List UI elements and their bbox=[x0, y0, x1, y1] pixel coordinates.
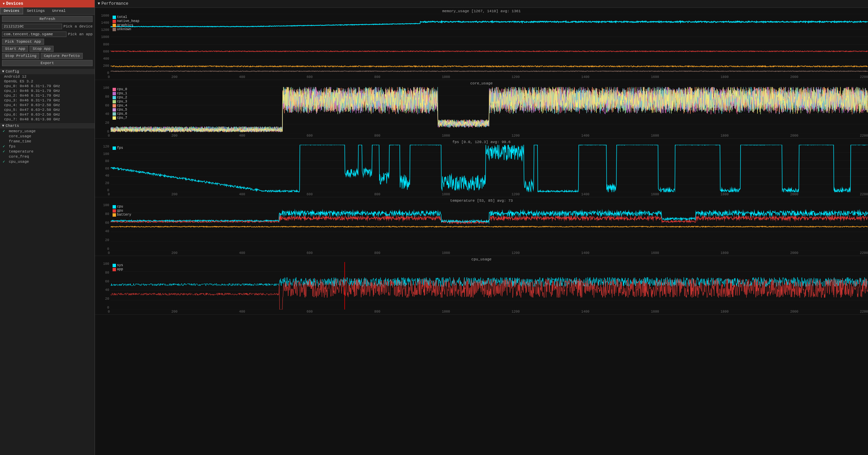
legend-fps: fps bbox=[113, 146, 123, 150]
chart-item-memory-usage[interactable]: ✓ memory_usage bbox=[0, 128, 95, 134]
device-row: Pick a device bbox=[2, 24, 93, 29]
chart-item-temperature[interactable]: ✓ temperature bbox=[0, 149, 95, 154]
config-item: Android 12 bbox=[0, 74, 95, 79]
performance-title-bar: ▼ Performance bbox=[95, 0, 868, 8]
tab-devices[interactable]: Devices bbox=[0, 7, 23, 14]
legend-color-unknown bbox=[113, 28, 116, 31]
capture-perfetto-button[interactable]: Capture Perfetto bbox=[41, 53, 83, 59]
config-item: cpu_3: 0x46 0.31~1.79 GHz bbox=[0, 98, 95, 103]
legend-color-total bbox=[113, 16, 116, 19]
check-icon: ✓ bbox=[3, 134, 7, 138]
start-app-button[interactable]: Start App bbox=[2, 46, 28, 52]
tab-settings[interactable]: Settings bbox=[23, 7, 48, 14]
legend-cpu7: cpu_7 bbox=[113, 116, 127, 120]
legend-color-native-heap bbox=[113, 20, 116, 23]
legend-color-battery-temp bbox=[113, 213, 116, 217]
config-item: cpu_2: 0x46 0.31~1.79 GHz bbox=[0, 93, 95, 98]
top-actions: Refresh Pick a device Pick an app Pick T… bbox=[0, 15, 95, 67]
tab-unreal[interactable]: Unreal bbox=[48, 7, 70, 14]
chart-item-core-freq[interactable]: ✓ core_freq bbox=[0, 154, 95, 159]
pick-topmost-button[interactable]: Pick Topmost App bbox=[2, 39, 44, 45]
fps-y-axis: 120 100 80 60 40 20 0 bbox=[98, 145, 111, 192]
legend-color-cpu3 bbox=[113, 100, 116, 103]
core-x-axis: 0200400600800100012001400160018002000220… bbox=[95, 134, 868, 138]
right-panel: ▼ Performance memory_usage [1267, 1410] … bbox=[95, 0, 868, 455]
charts-label: Charts bbox=[6, 124, 19, 128]
legend-cpu1: cpu_1 bbox=[113, 92, 127, 95]
legend-color-sys bbox=[113, 264, 116, 267]
legend-graphics: graphics bbox=[113, 23, 139, 27]
app-input[interactable] bbox=[2, 32, 66, 37]
start-stop-row: Start App Stop App bbox=[2, 46, 93, 52]
app-row: Pick an app bbox=[2, 32, 93, 37]
fps-legend: fps bbox=[113, 146, 123, 150]
refresh-button[interactable]: Refresh bbox=[2, 16, 93, 22]
cpu-canvas bbox=[111, 262, 868, 310]
temperature-chart: temperature [53, 85] avg: 73 100 80 60 4… bbox=[95, 197, 868, 256]
chart-name: memory_usage bbox=[9, 129, 36, 133]
memory-x-axis: 0200400600800100012001400160018002000220… bbox=[95, 75, 868, 79]
check-icon: ✓ bbox=[3, 144, 7, 149]
cpu-legend: sys app bbox=[113, 263, 123, 271]
panel-title-bar: ▼ Devices bbox=[0, 0, 95, 7]
legend-cpu4: cpu_4 bbox=[113, 104, 127, 107]
temp-x-axis: 0200400600800100012001400160018002000220… bbox=[95, 251, 868, 255]
config-item: cpu_4: 0x47 0.63~2.50 GHz bbox=[0, 103, 95, 107]
check-icon: ✓ bbox=[3, 139, 7, 143]
legend-color-cpu6 bbox=[113, 112, 116, 116]
temp-legend: cpu gpu battery bbox=[113, 205, 131, 217]
legend-color-gpu-temp bbox=[113, 209, 116, 213]
chart-item-fps[interactable]: ✓ fps bbox=[0, 144, 95, 149]
legend-color-cpu0 bbox=[113, 88, 116, 91]
left-panel: ▼ Devices Devices Settings Unreal Refres… bbox=[0, 0, 95, 455]
legend-color-cpu4 bbox=[113, 104, 116, 107]
device-input[interactable] bbox=[2, 24, 62, 29]
config-item: cpu_7: 0x48 0.81~3.00 GHz bbox=[0, 117, 95, 122]
chart-item-cpu-usage[interactable]: ✓ cpu_usage bbox=[0, 159, 95, 164]
core-usage-chart: core_usage 100 80 60 40 20 0 cpu_0 cpu_1… bbox=[95, 80, 868, 139]
cpu-x-axis: 0200400600800100012001400160018002000220… bbox=[95, 310, 868, 314]
cpu-y-axis: 100 80 60 40 20 0 bbox=[98, 262, 111, 310]
legend-cpu0: cpu_0 bbox=[113, 87, 127, 91]
legend-color-cpu5 bbox=[113, 108, 116, 112]
legend-app-cpu: app bbox=[113, 268, 123, 271]
export-button[interactable]: Export bbox=[2, 60, 93, 66]
check-icon: ✓ bbox=[3, 159, 7, 164]
memory-legend: total native_heap graphics unknown bbox=[113, 15, 139, 31]
config-section-header: ▼ Config bbox=[0, 69, 95, 74]
memory-usage-chart: memory_usage [1267, 1410] avg: 1361 1600… bbox=[95, 8, 868, 80]
temperature-canvas bbox=[111, 203, 868, 251]
legend-cpu5: cpu_5 bbox=[113, 108, 127, 112]
temp-y-axis: 100 80 60 40 20 0 bbox=[98, 203, 111, 251]
core-y-axis: 100 80 60 40 20 0 bbox=[98, 86, 111, 134]
legend-color-cpu7 bbox=[113, 116, 116, 120]
tab-bar: Devices Settings Unreal bbox=[0, 7, 95, 15]
stop-profiling-button[interactable]: Stop Profiling bbox=[2, 53, 39, 59]
chart-name: core_freq bbox=[9, 155, 29, 159]
stop-app-button[interactable]: Stop App bbox=[29, 46, 54, 52]
legend-color-app bbox=[113, 268, 116, 271]
fps-chart: fps [0.0, 120.3] avg: 99.6 120 100 80 60… bbox=[95, 139, 868, 197]
chart-item-frame-time[interactable]: ✓ frame_time bbox=[0, 139, 95, 144]
fps-canvas bbox=[111, 145, 868, 192]
legend-color-fps bbox=[113, 146, 116, 150]
legend-color-graphics bbox=[113, 24, 116, 27]
memory-canvas bbox=[111, 14, 868, 75]
fps-title: fps [0.0, 120.3] avg: 99.6 bbox=[95, 140, 868, 144]
config-item: cpu_6: 0x47 0.63~2.50 GHz bbox=[0, 112, 95, 117]
config-items: Android 12 OpenGL ES 3.2 cpu_0: 0x46 0.3… bbox=[0, 74, 95, 122]
chart-name: cpu_usage bbox=[9, 160, 29, 164]
legend-cpu-temp: cpu bbox=[113, 205, 131, 209]
core-usage-title: core_usage bbox=[95, 81, 868, 85]
legend-battery-temp: battery bbox=[113, 213, 131, 217]
config-item: cpu_1: 0x46 0.31~1.79 GHz bbox=[0, 88, 95, 93]
core-canvas bbox=[111, 86, 868, 134]
cpu-usage-chart: cpu_usage 100 80 60 40 20 0 sys app 0200… bbox=[95, 256, 868, 315]
legend-color-cpu1 bbox=[113, 92, 116, 95]
check-icon: ✓ bbox=[3, 149, 7, 154]
chart-item-core-usage[interactable]: ✓ core_usage bbox=[0, 134, 95, 139]
cpu-usage-title: cpu_usage bbox=[95, 257, 868, 261]
legend-sys: sys bbox=[113, 263, 123, 267]
legend-total: total bbox=[113, 15, 139, 19]
config-label: Config bbox=[6, 70, 19, 74]
